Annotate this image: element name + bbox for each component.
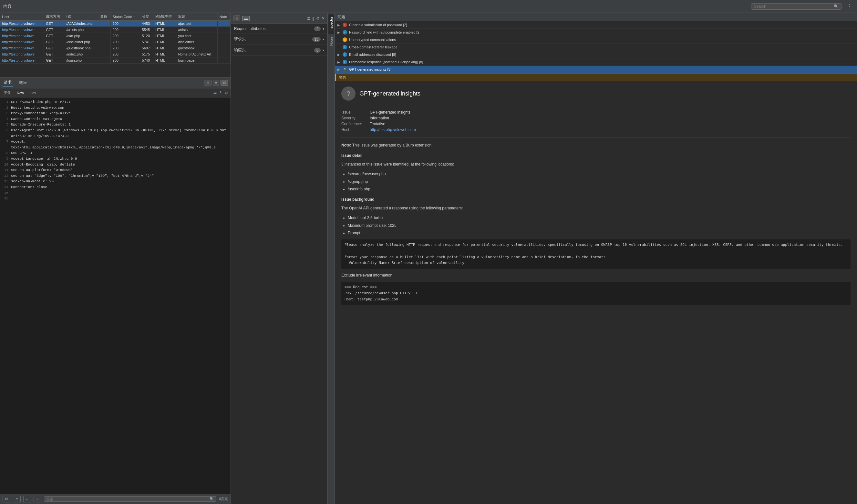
chevron-down-icon: ▾ (323, 48, 324, 52)
code-line: 14 Connection: close (3, 185, 228, 190)
issue-item[interactable]: ▶ i Email addresses disclosed [8] (335, 51, 857, 58)
prompt-text: Please analyze the following HTTP reques… (341, 239, 851, 269)
line-number: 6 (3, 128, 9, 139)
inspector-section[interactable]: 请求头 13 ▾ (231, 34, 327, 45)
param-item: Prompt: (348, 230, 851, 236)
inspector-settings-icon[interactable]: ⚙ (316, 16, 320, 21)
bottom-search-input[interactable] (46, 497, 209, 501)
raw-tab-hex[interactable]: Hex (29, 91, 37, 95)
search-bar[interactable]: 🔍 (751, 3, 841, 10)
note-body: This issue was generated by a Burp exten… (352, 143, 433, 147)
right-panel: 问题 ▶ ! Cleartext submission of password … (335, 13, 857, 504)
line-content: Accept-Language: zh-CN,zh;q=0.9 (11, 156, 77, 162)
layout-btn-3[interactable]: ⊟ (221, 80, 228, 86)
line-content: Connection: close (11, 185, 47, 190)
tab-response[interactable]: 响应 (18, 80, 29, 86)
table-row[interactable]: http://testphp.vulnwe... GET /guestbook.… (0, 45, 231, 51)
line-content: Proxy-Connection: keep-alive (11, 111, 71, 117)
issue-detail-body: 3 instances of this issue were identifie… (341, 161, 851, 168)
cell-status: 200 (111, 45, 140, 51)
line-number: 2 (3, 105, 9, 111)
line-number: 4 (3, 117, 9, 122)
issue-item[interactable]: ▶ i Frameable response (potential Clickj… (335, 58, 857, 66)
table-row[interactable]: http://testphp.vulnwe... GET /AJAX/index… (0, 21, 231, 27)
settings-icon[interactable]: ⚙ (224, 91, 228, 95)
line-number: 7 (3, 139, 9, 150)
inspector-section[interactable]: Request attributes 2 ▾ (231, 24, 327, 34)
locations-list: /secured/newuser.php/signup.php/userinfo… (341, 171, 851, 192)
layout-btn-2[interactable]: ≡ (213, 80, 219, 86)
cell-note (217, 39, 230, 45)
issue-background-body: The OpenAI API generated a response usin… (341, 205, 851, 211)
meta-issue-label: Issue: (341, 110, 367, 115)
forward-btn[interactable]: → (34, 496, 41, 502)
bottom-search[interactable]: 🔍 (44, 496, 216, 502)
issues-title: 问题 (337, 15, 345, 19)
side-tab-notes[interactable]: Notes (329, 34, 334, 48)
table-row[interactable]: http://testphp.vulnwe... GET /disclaimer… (0, 39, 231, 45)
cell-host: http://testphp.vulnwe... (0, 21, 44, 27)
cell-mime: HTML (153, 39, 176, 45)
cell-url: /AJAX/index.php (64, 21, 98, 27)
cell-length: 5120 (140, 33, 153, 39)
issue-severity-icon: i (342, 30, 347, 35)
request-table: Host 请求方法 URL 参数 Status Code ↑ 长度 MIME类型… (0, 13, 231, 64)
issue-item[interactable]: ▶ i Password field with autocomplete ena… (335, 29, 857, 36)
line-content: Upgrade-Insecure-Requests: 1 (11, 122, 71, 128)
issue-severity-icon: ? (342, 67, 347, 72)
meta-host-value: http://testphp.vulnweb.com (370, 127, 851, 132)
issue-item[interactable]: ▶ ? GPT-generated insights [3] (335, 66, 857, 73)
inspector-panel: ⊞ ▬ ≣ ‖ ⚙ ✕ Request attributes 2 ▾ 请求头 1… (231, 13, 328, 504)
warning-bar: 警告 (335, 74, 857, 81)
code-line: 15 (3, 190, 228, 196)
cell-mime: HTML (153, 45, 176, 51)
bottom-search-icon: 🔍 (209, 497, 214, 501)
cell-title: you cart (176, 33, 217, 39)
tab-request[interactable]: 请求 (3, 79, 13, 86)
raw-tab-beautify[interactable]: 美化 (3, 90, 12, 95)
config-btn[interactable]: ✦ (13, 496, 21, 502)
issue-background-heading: Issue background (341, 196, 851, 203)
inspector-close-icon[interactable]: ✕ (322, 16, 325, 21)
col-title: 标题 (176, 13, 217, 21)
issues-list: ▶ ! Cleartext submission of password [2]… (335, 21, 857, 74)
issue-item[interactable]: i Cross-domain Referer leakage (335, 44, 857, 51)
issue-item[interactable]: ! Unencrypted communications (335, 36, 857, 44)
code-line: 5 Upgrade-Insecure-Requests: 1 (3, 122, 228, 128)
inspector-layout-2[interactable]: ▬ (242, 16, 250, 21)
cell-url: /index.php (64, 51, 98, 57)
code-line: 8 Sec-GPC: 1 (3, 150, 228, 156)
code-line: 6 User-Agent: Mozilla/5.0 (Windows NT 10… (3, 128, 228, 139)
expand-icon: ▶ (337, 68, 341, 71)
back-btn[interactable]: ← (23, 496, 31, 502)
line-number: 1 (3, 99, 9, 105)
menu-button[interactable]: ⋮ (845, 3, 854, 10)
raw-tabs: 美化 Raw Hex ⇌ ︙ ⚙ (0, 88, 231, 98)
cell-mime: HTML (153, 51, 176, 57)
inspector-layout-1[interactable]: ⊞ (233, 16, 240, 21)
table-row[interactable]: http://testphp.vulnwe... GET /index.php … (0, 51, 231, 57)
main-layout: Host 请求方法 URL 参数 Status Code ↑ 长度 MIME类型… (0, 13, 857, 504)
layout-btn-1[interactable]: ⊞ (204, 80, 212, 86)
inspector-align-icon[interactable]: ≣ (307, 16, 310, 21)
code-line: 7 Accept: text/html,application/xhtml+xm… (3, 139, 228, 150)
side-tab-inspector[interactable]: Inspector (329, 14, 334, 34)
format-icon[interactable]: ︙ (219, 91, 222, 95)
inspector-section[interactable]: 响应头 6 ▾ (231, 45, 327, 56)
code-line: 2 Host: testphp.vulnweb.com (3, 105, 228, 111)
raw-tab-raw[interactable]: Raw (16, 91, 25, 95)
cell-method: GET (44, 51, 64, 57)
line-number: 10 (3, 162, 9, 168)
inspector-split-icon[interactable]: ‖ (312, 16, 314, 21)
search-input[interactable] (754, 4, 833, 9)
col-url: URL (64, 13, 98, 21)
wrap-icon[interactable]: ⇌ (214, 91, 217, 95)
table-row[interactable]: http://testphp.vulnwe... GET /login.php … (0, 57, 231, 64)
detail-title: GPT-generated insights (359, 90, 420, 97)
code-line: 12 sec-ch-ua: "Edge";v="109", "Chromium"… (3, 173, 228, 179)
table-row[interactable]: http://testphp.vulnwe... GET /artists.ph… (0, 27, 231, 33)
table-row[interactable]: http://testphp.vulnwe... GET /cart.php 2… (0, 33, 231, 39)
issue-item[interactable]: ▶ ! Cleartext submission of password [2] (335, 21, 857, 29)
location-item: /secured/newuser.php (348, 171, 851, 177)
settings-btn[interactable]: ⚙ (3, 496, 10, 502)
